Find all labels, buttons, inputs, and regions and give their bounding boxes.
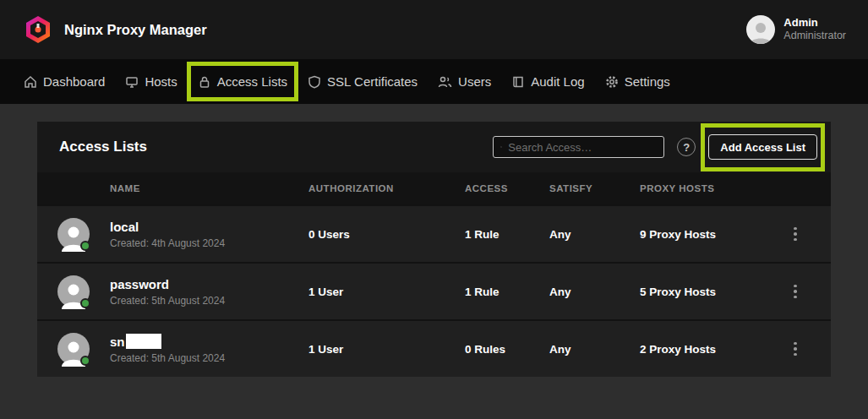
name-cell: password Created: 5th August 2024	[110, 277, 308, 307]
table-row[interactable]: local Created: 4th August 2024 0 Users 1…	[37, 204, 831, 262]
nav-item-access-lists[interactable]: Access Lists	[198, 74, 287, 89]
monitor-icon	[125, 75, 139, 89]
col-header-name: NAME	[110, 183, 308, 193]
access-cell: 1 Rule	[465, 228, 549, 241]
access-cell: 1 Rule	[465, 286, 549, 298]
avatar	[57, 218, 90, 250]
nav-label: Dashboard	[43, 74, 105, 89]
table-row[interactable]: sn Created: 5th August 2024 1 User 0 Rul…	[37, 319, 831, 377]
authorization-cell: 1 User	[308, 343, 465, 356]
panel-header: Access Lists ? Add Access List	[37, 122, 831, 172]
nav-label: Settings	[625, 74, 670, 89]
status-dot	[80, 298, 90, 308]
avatar-cell	[37, 218, 110, 250]
panel-title: Access Lists	[59, 139, 147, 155]
lock-icon	[198, 75, 211, 89]
proxy-hosts-cell: 5 Proxy Hosts	[640, 286, 783, 298]
help-button[interactable]: ?	[677, 138, 696, 156]
panel-controls: ? Add Access List	[493, 134, 817, 160]
satisfy-cell: Any	[549, 286, 640, 298]
access-list-created: Created: 5th August 2024	[110, 352, 308, 364]
authorization-cell: 1 User	[308, 286, 465, 298]
nav-label: Users	[458, 74, 491, 89]
user-menu[interactable]: Admin Administrator	[746, 15, 846, 44]
row-actions-button[interactable]	[783, 220, 807, 248]
home-icon	[24, 75, 37, 89]
access-list-name: password	[110, 277, 308, 291]
table-row[interactable]: password Created: 5th August 2024 1 User…	[37, 262, 831, 319]
nav-item-hosts[interactable]: Hosts	[125, 74, 177, 89]
access-list-created: Created: 4th August 2024	[110, 237, 308, 249]
app-logo-icon	[24, 15, 52, 44]
col-header-satisfy: SATISFY	[549, 183, 640, 193]
proxy-hosts-cell: 2 Proxy Hosts	[640, 343, 783, 356]
book-icon	[511, 75, 525, 89]
user-role: Administrator	[783, 30, 846, 43]
nav-item-audit-log[interactable]: Audit Log	[511, 74, 584, 89]
shield-icon	[308, 75, 321, 89]
proxy-hosts-cell: 9 Proxy Hosts	[640, 228, 783, 241]
access-cell: 0 Rules	[465, 343, 549, 356]
nav-item-ssl-certificates[interactable]: SSL Certificates	[308, 74, 418, 89]
avatar	[57, 275, 90, 307]
add-access-list-button[interactable]: Add Access List	[708, 134, 817, 160]
avatar	[57, 333, 90, 365]
row-actions-button[interactable]	[783, 335, 807, 363]
app-title: Nginx Proxy Manager	[64, 22, 207, 38]
access-list-name: local	[110, 220, 308, 234]
user-name: Admin	[783, 16, 846, 30]
user-texts: Admin Administrator	[783, 16, 846, 43]
col-header-proxy-hosts: PROXY HOSTS	[640, 183, 783, 193]
access-list-name: sn	[110, 334, 308, 349]
gear-icon	[605, 75, 619, 89]
nav-item-dashboard[interactable]: Dashboard	[24, 74, 105, 89]
col-header-authorization: AUTHORIZATION	[308, 183, 465, 193]
row-actions-button[interactable]	[783, 277, 807, 306]
brand: Nginx Proxy Manager	[24, 15, 207, 44]
table-header: NAME AUTHORIZATION ACCESS SATISFY PROXY …	[37, 172, 831, 204]
user-avatar[interactable]	[746, 15, 775, 44]
redaction-box	[126, 334, 161, 349]
name-cell: sn Created: 5th August 2024	[110, 334, 308, 364]
search-box	[493, 136, 664, 158]
main-nav: Dashboard Hosts Access Lists SSL Certifi…	[0, 59, 868, 104]
nav-label: Hosts	[145, 74, 177, 89]
avatar-cell	[37, 275, 110, 307]
status-dot	[80, 241, 90, 251]
add-button-wrap: Add Access List	[708, 134, 817, 160]
users-icon	[438, 75, 452, 89]
avatar-cell	[37, 333, 110, 365]
nav-item-users[interactable]: Users	[438, 74, 491, 89]
satisfy-cell: Any	[549, 343, 640, 356]
search-icon	[500, 141, 502, 153]
person-icon	[746, 18, 775, 44]
name-cell: local Created: 4th August 2024	[110, 220, 308, 249]
nav-label: SSL Certificates	[327, 74, 418, 89]
access-list-name-text: sn	[110, 335, 125, 349]
access-lists-panel: Access Lists ? Add Access List NAME AUTH…	[37, 122, 831, 377]
access-list-created: Created: 5th August 2024	[110, 295, 308, 307]
satisfy-cell: Any	[549, 228, 640, 241]
nav-item-settings[interactable]: Settings	[605, 74, 670, 89]
authorization-cell: 0 Users	[308, 228, 465, 241]
col-header-access: ACCESS	[465, 183, 549, 193]
status-dot	[80, 356, 90, 366]
nav-label: Access Lists	[217, 74, 287, 89]
nav-label: Audit Log	[531, 74, 584, 89]
app-header: Nginx Proxy Manager Admin Administrator	[0, 0, 868, 59]
search-input[interactable]	[508, 141, 657, 154]
